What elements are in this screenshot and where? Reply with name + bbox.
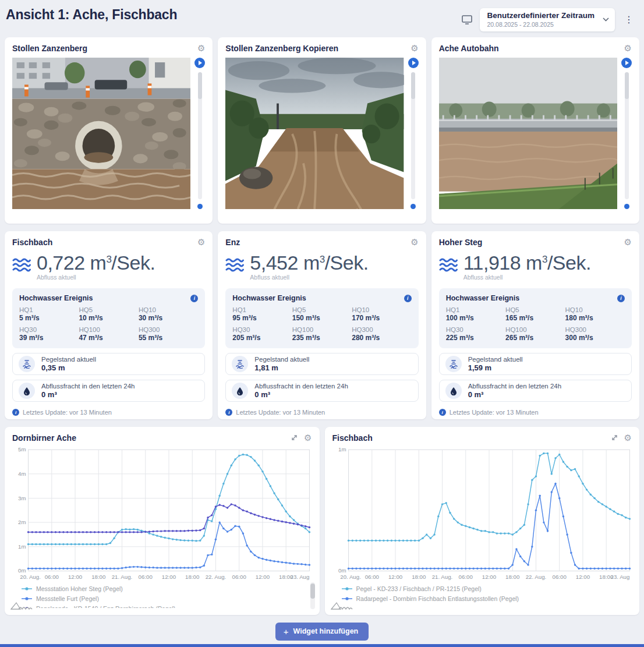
expand-icon[interactable] — [611, 434, 618, 441]
camera-image[interactable] — [439, 58, 617, 209]
time-range-select[interactable]: Benutzerdefinierter Zeitraum 20.08.2025 … — [480, 8, 615, 31]
flood-threshold: HQ10170 m³/s — [352, 306, 411, 322]
camera-scrollbar[interactable] — [625, 72, 629, 199]
camera-scrollbar[interactable] — [198, 72, 202, 199]
flow-widget-fischbach: Fischbach ⚙ 0,722 m3/Sek. Abfluss aktuel… — [5, 231, 213, 419]
chart-legend: Messstation Hoher Steg (Pegel)Messstelle… — [22, 584, 312, 607]
flood-threshold: HQ100235 m³/s — [292, 326, 352, 342]
legend-item[interactable]: Messstation Hoher Steg (Pegel) — [22, 584, 312, 593]
info-icon: i — [439, 409, 446, 416]
gear-icon[interactable]: ⚙ — [197, 238, 205, 246]
flood-threshold: HQ1100 m³/s — [446, 306, 505, 322]
add-widget-button[interactable]: + Widget hinzufügen — [275, 623, 369, 641]
expand-icon[interactable] — [291, 434, 298, 441]
legend-item[interactable]: Pegelsonde - KD-1540 / Enz Dornbirnerach… — [22, 603, 312, 607]
water-drop-icon — [19, 383, 35, 399]
legend-label: Messstelle Furt (Pegel) — [36, 595, 99, 602]
widget-title: Enz — [225, 238, 240, 247]
mountains-watermark-icon — [331, 601, 353, 612]
last-update-text: Letztes Update: vor 13 Minuten — [450, 409, 539, 416]
svg-text:5m: 5m — [18, 446, 26, 452]
play-icon[interactable] — [194, 58, 205, 68]
last-update-text: Letztes Update: vor 13 Minuten — [23, 409, 112, 416]
flood-threshold-grid: HQ195 m³/sHQ5150 m³/sHQ10170 m³/sHQ30205… — [232, 306, 411, 342]
flow-widget-enz: Enz ⚙ 5,452 m3/Sek. Abfluss aktuell Hoch… — [218, 231, 426, 419]
gear-icon[interactable]: ⚙ — [624, 433, 632, 442]
gauge-level-row: Pegelstand aktuell 1,81 m — [225, 353, 418, 375]
info-icon[interactable]: i — [404, 295, 412, 302]
camera-status-dot[interactable] — [411, 204, 416, 209]
info-icon[interactable]: i — [190, 295, 198, 302]
gear-icon[interactable]: ⚙ — [624, 44, 632, 52]
footer-bar — [0, 644, 644, 647]
plus-icon: + — [284, 627, 289, 636]
legend-item[interactable]: Radarpegel - Dornbirn Fischbach Entlastu… — [342, 593, 632, 603]
gauge-value: 0,35 m — [41, 363, 96, 372]
last-update-row: i Letztes Update: vor 13 Minuten — [225, 402, 418, 416]
svg-text:12:00: 12:00 — [162, 573, 176, 579]
camera-image[interactable] — [225, 58, 404, 209]
info-icon[interactable]: i — [617, 295, 625, 302]
gear-icon[interactable]: ⚙ — [197, 44, 205, 52]
camera-widget-stollen-zanzenberg: Stollen Zanzenberg ⚙ — [5, 37, 213, 224]
widget-title: Fischbach — [332, 433, 373, 443]
flood-event-box: Hochwasser Ereignis i HQ1100 m³/sHQ5165 … — [439, 288, 632, 348]
camera-widget-stollen-zanzenberg-kopieren: Stollen Zanzenberg Kopieren ⚙ — [218, 37, 426, 224]
info-icon: i — [12, 409, 19, 416]
widget-title: Dornbirner Ache — [12, 433, 76, 443]
flood-threshold: HQ5150 m³/s — [292, 306, 352, 322]
flood-threshold: HQ300300 m³/s — [565, 326, 625, 342]
svg-text:22. Aug.: 22. Aug. — [206, 573, 227, 579]
chart-row: Dornbirner Ache ⚙ 0m1m2m3m4m5m20. Aug.06… — [5, 427, 639, 615]
line-chart[interactable]: 0m1m2m3m4m5m20. Aug.06:0012:0018:0021. A… — [12, 445, 312, 583]
legend-label: Pegelsonde - KD-1540 / Enz Dornbirnerach… — [36, 605, 175, 608]
svg-text:20. Aug.: 20. Aug. — [340, 573, 361, 579]
flood-threshold: HQ100265 m³/s — [505, 326, 565, 342]
svg-text:4m: 4m — [18, 470, 26, 476]
line-chart[interactable]: 0m1m20. Aug.06:0012:0018:0021. Aug.06:00… — [332, 445, 632, 583]
load-label: Abflussfracht in den letzten 24h — [468, 383, 561, 390]
flood-threshold-grid: HQ1100 m³/sHQ5165 m³/sHQ10180 m³/sHQ3022… — [446, 306, 625, 342]
gauge-icon — [19, 356, 35, 372]
load-value: 0 m³ — [41, 390, 135, 399]
camera-status-dot[interactable] — [624, 204, 629, 209]
kebab-menu-icon[interactable]: ⋮ — [622, 14, 636, 26]
flood-event-box: Hochwasser Ereignis i HQ15 m³/sHQ510 m³/… — [12, 288, 205, 348]
load-label: Abflussfracht in den letzten 24h — [41, 383, 135, 390]
camera-scrollbar[interactable] — [411, 72, 415, 199]
flood-threshold: HQ300280 m³/s — [352, 326, 411, 342]
chart-widget-fischbach: Fischbach ⚙ 0m1m20. Aug.06:0012:0018:002… — [325, 427, 640, 615]
widget-title: Stollen Zanzenberg — [12, 44, 87, 53]
water-drop-icon — [232, 383, 248, 399]
gauge-icon — [445, 356, 462, 372]
camera-row: Stollen Zanzenberg ⚙ — [5, 37, 639, 224]
flow-value: 11,918 m3/Sek. — [463, 253, 591, 274]
camera-rail — [621, 58, 632, 209]
camera-image[interactable] — [12, 58, 190, 209]
svg-text:06:00: 06:00 — [232, 573, 247, 579]
legend-item[interactable]: Messstelle Furt (Pegel) — [22, 593, 312, 603]
waves-icon — [439, 257, 458, 275]
legend-scrollbar[interactable] — [310, 582, 315, 609]
monitor-icon[interactable] — [461, 15, 473, 25]
camera-status-dot[interactable] — [197, 204, 203, 209]
svg-text:22. Aug.: 22. Aug. — [525, 573, 546, 579]
gear-icon[interactable]: ⚙ — [411, 238, 418, 246]
svg-text:23. Aug: 23. Aug — [610, 573, 629, 579]
gear-icon[interactable]: ⚙ — [624, 238, 632, 246]
legend-item[interactable]: Pegel - KD-233 / Fischbach / PR-1215 (Pe… — [342, 584, 632, 593]
flood-threshold: HQ195 m³/s — [232, 306, 292, 322]
flood-event-title: Hochwasser Ereignis — [232, 294, 306, 302]
load-value: 0 m³ — [468, 390, 561, 399]
info-icon: i — [225, 409, 232, 416]
last-update-row: i Letztes Update: vor 13 Minuten — [12, 402, 205, 416]
gear-icon[interactable]: ⚙ — [304, 433, 312, 442]
svg-text:06:00: 06:00 — [365, 573, 379, 579]
svg-text:12:00: 12:00 — [388, 573, 402, 579]
flow-row: Fischbach ⚙ 0,722 m3/Sek. Abfluss aktuel… — [5, 231, 639, 419]
play-icon[interactable] — [408, 58, 419, 68]
gear-icon[interactable]: ⚙ — [411, 44, 418, 52]
svg-text:3m: 3m — [18, 494, 26, 501]
play-icon[interactable] — [621, 58, 632, 68]
water-drop-icon — [445, 383, 462, 399]
